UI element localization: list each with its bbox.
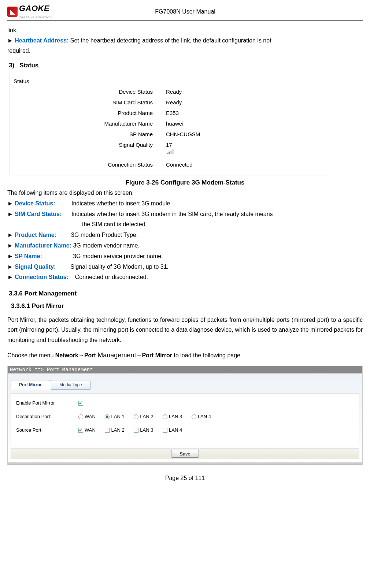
port-mirror-para: Port Mirror, the packets obtaining techn… [7, 315, 363, 345]
status-row: SIM Card Status Ready [10, 97, 328, 108]
arrow-icon: ► [7, 37, 13, 44]
page-header: ◣ GAOKE CREATIVE SOLUTION FG7008N User M… [7, 4, 363, 21]
status-screenshot: Status Device Status Ready SIM Card Stat… [10, 73, 328, 175]
def-conn: ► Connection Status: Connected or discon… [7, 273, 363, 282]
cont-link: link. [7, 26, 363, 35]
def-sim: ► SIM Card Status: Indicates whether to … [7, 210, 363, 219]
heartbeat-term: Heartbeat Address: [15, 37, 69, 44]
status-row: Signal Quality 17 [10, 139, 328, 156]
status-value: 17 [160, 142, 174, 154]
scrollbar-bottom[interactable] [8, 462, 362, 465]
status-label: Connection Status [10, 161, 160, 168]
status-row: Connection Status Connected [10, 159, 328, 170]
arrow-icon: ► [7, 232, 13, 238]
heartbeat-cont: required. [7, 46, 363, 55]
def-signal: ► Signal Quality: Signal quality of 3G M… [7, 263, 363, 272]
dest-opt-lan4[interactable]: LAN 4 [192, 414, 211, 419]
heading-3361: 3.3.6.1 Port Mirror [11, 302, 363, 310]
src-label: Source Port: [16, 427, 78, 433]
status-row: SP Name CHN-CUGSM [10, 129, 328, 139]
status-value: huawei [160, 120, 184, 127]
status-value: Ready [160, 89, 182, 95]
src-opt-lan3[interactable]: LAN 3 [134, 427, 153, 433]
following-text: The following items are displayed on thi… [7, 189, 363, 198]
arrow-icon: ► [7, 264, 13, 270]
arrow-icon: ► [7, 242, 13, 249]
status-heading: 3) Status [9, 62, 363, 69]
arrow-icon: ► [7, 253, 13, 259]
status-value: CHN-CUGSM [160, 131, 200, 137]
tab-media-type[interactable]: Media Type [51, 380, 90, 390]
status-box-title: Status [10, 73, 328, 86]
breadcrumb: Network ==> Port Management [8, 366, 362, 373]
status-label: Device Status [10, 89, 160, 95]
arrow-icon: ► [7, 274, 13, 280]
port-mirror-panel: Enable Port Mirror Destination Port: WAN… [11, 393, 359, 446]
save-button[interactable]: Save [171, 450, 199, 458]
def-manufacturer: ► Manufacturer Name: 3G modem vendor nam… [7, 241, 363, 250]
port-management-screenshot: Network ==> Port Management Port Mirror … [7, 366, 363, 465]
status-value: E353 [160, 110, 179, 116]
def-product: ► Product Name: 3G modem Product Type. [7, 231, 363, 240]
signal-bars-icon [167, 148, 174, 154]
src-opt-lan4[interactable]: LAN 4 [163, 427, 182, 433]
arrow-icon: ► [7, 200, 13, 206]
dest-opt-lan3[interactable]: LAN 3 [163, 414, 182, 419]
status-row: Manufacturer Name huawei [10, 118, 328, 129]
status-value: Connected [160, 161, 193, 168]
enable-label: Enable Port Mirror [16, 400, 78, 406]
save-bar: Save [11, 449, 359, 459]
status-label: SP Name [10, 131, 160, 137]
row-src: Source Port: WAN LAN 2 LAN 3 LAN 4 [16, 427, 354, 433]
heading-336: 3.3.6 Port Management [9, 290, 363, 297]
status-row: Product Name E353 [10, 108, 328, 118]
def-sim-cont: the SIM card is detected. [82, 220, 363, 229]
heartbeat-line: ► Heartbeat Address: Set the heartbeat d… [7, 36, 363, 45]
page-footer: Page 25 of 111 [7, 475, 363, 481]
status-row: Device Status Ready [10, 86, 328, 97]
doc-title: FG7008N User Manual [8, 8, 363, 15]
def-device-status: ► Device Status: Indicates whether to in… [7, 199, 363, 208]
arrow-icon: ► [7, 211, 13, 217]
status-value: Ready [160, 99, 182, 105]
status-label: SIM Card Status [10, 99, 160, 105]
heartbeat-desc: Set the heartbeat detecting address of t… [70, 37, 271, 44]
status-label: Signal Quality [10, 142, 160, 154]
src-opt-lan2[interactable]: LAN 2 [105, 427, 124, 433]
nav-text: Choose the menu Network→Port Management→… [7, 350, 363, 361]
def-sp: ► SP Name: 3G modem service provider nam… [7, 252, 363, 261]
tab-port-mirror[interactable]: Port Mirror [11, 380, 50, 390]
status-label: Product Name [10, 110, 160, 116]
dest-opt-lan2[interactable]: LAN 2 [134, 414, 153, 419]
tab-bar: Port Mirror Media Type [11, 380, 359, 390]
enable-checkbox[interactable] [78, 401, 83, 406]
dest-label: Destination Port: [16, 414, 78, 419]
dest-opt-lan1[interactable]: LAN 1 [105, 414, 124, 419]
dest-opt-wan[interactable]: WAN [78, 414, 96, 419]
logo-text-sub: CREATIVE SOLUTION [19, 16, 52, 19]
row-dest: Destination Port: WAN LAN 1 LAN 2 LAN 3 … [16, 414, 354, 419]
row-enable: Enable Port Mirror [16, 400, 354, 406]
src-opt-wan[interactable]: WAN [78, 427, 96, 433]
figure-caption: Figure 3-26 Configure 3G Modem-Status [7, 179, 363, 186]
status-label: Manufacturer Name [10, 120, 160, 127]
